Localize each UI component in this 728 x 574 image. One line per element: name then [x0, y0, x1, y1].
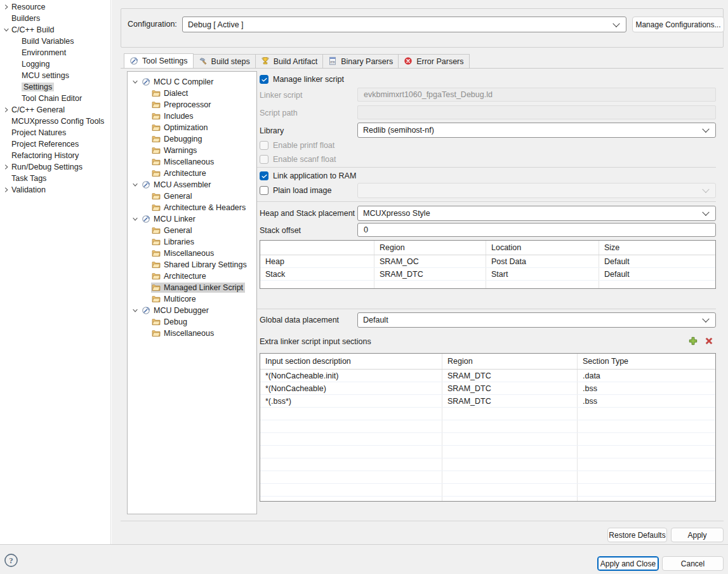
tool-tree-item-miscellaneous[interactable]: Miscellaneous	[128, 248, 256, 259]
tool-tree-item-content: Managed Linker Script	[151, 283, 245, 293]
chevron-down-icon[interactable]	[131, 78, 141, 86]
tool-tree-item-dialect[interactable]: Dialect	[128, 88, 256, 99]
sidebar-item-logging[interactable]: Logging	[0, 58, 111, 70]
table-row[interactable]: StackSRAM_DTCStartDefault	[260, 268, 715, 281]
sidebar-item-resource[interactable]: Resource	[0, 1, 111, 13]
tool-tree-item-debugging[interactable]: Debugging	[128, 133, 256, 145]
table-row[interactable]: *(NonCacheable.init)SRAM_DTC.data	[260, 370, 715, 382]
tab-binary-parsers[interactable]: 010Binary Parsers	[323, 54, 399, 69]
plain-load-image-checkbox[interactable]: Plain load image	[260, 185, 331, 196]
sidebar-item-validation[interactable]: Validation	[0, 184, 111, 196]
configuration-label: Configuration:	[128, 20, 177, 29]
chevron-right-icon[interactable]	[3, 3, 11, 11]
tool-tree-item-mcu-debugger[interactable]: MCU Debugger	[128, 305, 256, 316]
chevron-right-icon[interactable]	[3, 106, 11, 114]
chevron-right-icon[interactable]	[3, 186, 11, 194]
tool-tree-item-content: Debugging	[151, 134, 204, 144]
settings-folder-icon	[152, 226, 161, 235]
tool-tree-item-managed-linker-script[interactable]: Managed Linker Script	[128, 282, 256, 293]
tool-tree-item-architecture[interactable]: Architecture	[128, 270, 256, 282]
help-icon[interactable]: ?	[4, 553, 18, 568]
sidebar-item-mcuxpresso-config-tools[interactable]: MCUXpresso Config Tools	[0, 116, 111, 127]
sidebar-item-builders[interactable]: Builders	[0, 13, 111, 24]
tab-build-steps[interactable]: Build steps	[194, 54, 256, 69]
sidebar-item-mcu-settings[interactable]: MCU settings	[0, 70, 111, 81]
sidebar-item-project-natures[interactable]: Project Natures	[0, 127, 111, 138]
checkbox-checked[interactable]	[260, 75, 268, 84]
tool-tree-item-mcu-assembler[interactable]: MCU Assembler	[128, 179, 256, 190]
tool-tree-item-label: Debugging	[164, 135, 202, 144]
tool-tree-item-debug[interactable]: Debug	[128, 316, 256, 328]
tab-error-parsers[interactable]: Error Parsers	[399, 54, 469, 69]
tool-tree-item-shared-library-settings[interactable]: Shared Library Settings	[128, 259, 256, 270]
manage-configurations-button[interactable]: Manage Configurations...	[632, 17, 724, 32]
script-path-field	[357, 105, 716, 119]
table-row-empty	[260, 420, 715, 433]
link-application-to-ram-checkbox[interactable]: Link application to RAM	[260, 171, 356, 181]
tab-tool-settings[interactable]: Tool Settings	[124, 53, 194, 69]
tool-tree-item-general[interactable]: General	[128, 190, 256, 202]
chevron-down-icon[interactable]	[3, 26, 11, 34]
chevron-down-icon[interactable]	[131, 307, 141, 315]
restore-defaults-button[interactable]: Restore Defaults	[607, 528, 667, 542]
sidebar-item-environment[interactable]: Environment	[0, 47, 111, 58]
tool-tree-item-general[interactable]: General	[128, 225, 256, 236]
sidebar-item-c-c-general[interactable]: C/C++ General	[0, 104, 111, 116]
manage-linker-script-checkbox[interactable]: Manage linker script	[260, 74, 344, 84]
table-row[interactable]: *(NonCacheable)SRAM_DTC.bss	[260, 382, 715, 395]
stack-offset-input[interactable]: 0	[357, 223, 716, 237]
checkbox-checked[interactable]	[260, 171, 268, 180]
global-data-placement-dropdown[interactable]: Default	[357, 312, 716, 328]
tool-tree-item-preprocessor[interactable]: Preprocessor	[128, 99, 256, 110]
table-cell	[374, 281, 486, 289]
tool-tree-item-optimization[interactable]: Optimization	[128, 122, 256, 133]
sidebar-item-c-c-build[interactable]: C/C++ Build	[0, 24, 111, 36]
sidebar-item-project-references[interactable]: Project References	[0, 138, 111, 150]
sidebar-item-settings[interactable]: Settings	[0, 81, 111, 93]
tab-label: Binary Parsers	[341, 57, 393, 66]
delete-section-icon[interactable]	[704, 336, 715, 347]
apply-and-close-button[interactable]: Apply and Close	[597, 556, 659, 571]
heap-stack-placement-dropdown[interactable]: MCUXpresso Style	[357, 206, 716, 221]
tool-tree-item-includes[interactable]: Includes	[128, 110, 256, 122]
tool-tree-item-architecture[interactable]: Architecture	[128, 168, 256, 179]
apply-button[interactable]: Apply	[671, 528, 724, 542]
chevron-down-icon[interactable]	[131, 215, 141, 224]
table-row[interactable]: *(.bss*)SRAM_DTC.bss	[260, 395, 715, 408]
sidebar-item-label: Builders	[11, 14, 40, 23]
tool-tree-item-mcu-linker[interactable]: MCU Linker	[128, 213, 256, 225]
chevron-right-icon[interactable]	[3, 163, 11, 171]
chevron-placeholder	[3, 117, 11, 126]
sidebar-item-run-debug-settings[interactable]: Run/Debug Settings	[0, 161, 111, 173]
sidebar-item-refactoring-history[interactable]: Refactoring History	[0, 150, 111, 161]
table-row-empty	[260, 484, 715, 497]
tool-tree-item-libraries[interactable]: Libraries	[128, 236, 256, 248]
tool-tree-item-miscellaneous[interactable]: Miscellaneous	[128, 156, 256, 168]
configuration-dropdown[interactable]: Debug [ Active ]	[182, 17, 626, 32]
sidebar-item-task-tags[interactable]: Task Tags	[0, 173, 111, 184]
tool-tree-item-architecture-headers[interactable]: Architecture & Headers	[128, 202, 256, 213]
sidebar-tree: ResourceBuildersC/C++ BuildBuild Variabl…	[0, 1, 111, 196]
extra-sections-table[interactable]: Input section descriptionRegionSection T…	[260, 353, 716, 502]
tool-tree-item-warnings[interactable]: Warnings	[128, 145, 256, 156]
tab-build-artifact[interactable]: Build Artifact	[256, 54, 323, 69]
settings-folder-icon	[152, 157, 161, 166]
tool-tree-item-label: Preprocessor	[164, 100, 211, 109]
sidebar-item-build-variables[interactable]: Build Variables	[0, 36, 111, 47]
tool-tree-item-miscellaneous[interactable]: Miscellaneous	[128, 328, 256, 339]
sidebar-item-tool-chain-editor[interactable]: Tool Chain Editor	[0, 93, 111, 104]
cancel-button[interactable]: Cancel	[662, 556, 724, 571]
table-row[interactable]: HeapSRAM_OCPost DataDefault	[260, 255, 715, 268]
column-header	[260, 241, 374, 255]
tool-tree-item-content: MCU Debugger	[141, 305, 211, 316]
tool-tree-item-mcu-c-compiler[interactable]: MCU C Compiler	[128, 76, 256, 88]
tool-tree-item-content: Miscellaneous	[151, 248, 216, 258]
tool-tree-item-label: Multicore	[164, 295, 196, 304]
checkbox-unchecked[interactable]	[260, 186, 268, 195]
column-header: Region	[442, 354, 578, 369]
chevron-down-icon[interactable]	[131, 181, 141, 189]
heap-stack-table[interactable]: RegionLocationSizeHeapSRAM_OCPost DataDe…	[260, 240, 716, 289]
library-dropdown[interactable]: Redlib (semihost-nf)	[357, 123, 716, 138]
tool-tree-item-multicore[interactable]: Multicore	[128, 293, 256, 305]
add-section-icon[interactable]	[688, 336, 699, 347]
